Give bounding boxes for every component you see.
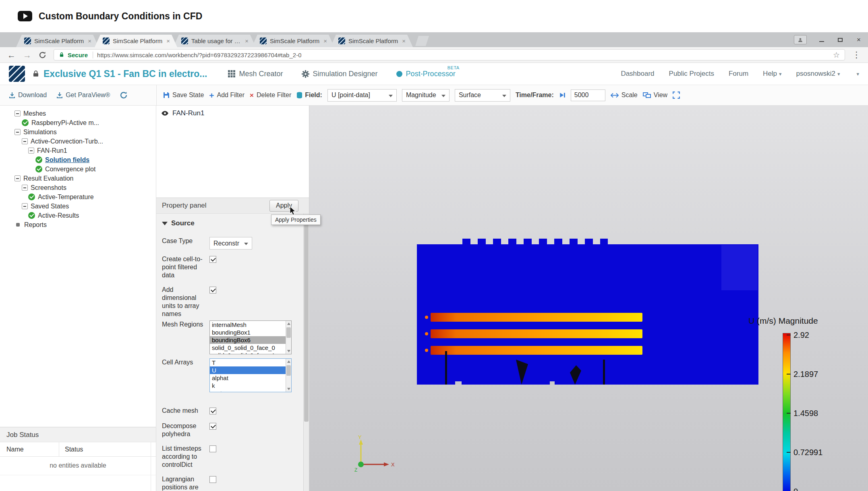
tree-item-mesh-raspberrypi[interactable]: RaspberryPi-Active m... (0, 118, 156, 127)
list-item[interactable]: T (210, 359, 286, 366)
tree-item-fan-run1[interactable]: FAN-Run1 (0, 146, 156, 155)
cell-to-point-label: Create cell-to-point filtered data (162, 255, 207, 279)
property-panel-scrollbar[interactable] (303, 214, 309, 491)
close-button[interactable]: × (849, 32, 868, 47)
listbox-scrollbar[interactable] (286, 321, 291, 354)
scroll-down-icon[interactable] (287, 388, 290, 390)
field-select[interactable]: U [point-data] (327, 89, 397, 102)
collapse-icon[interactable] (15, 129, 21, 135)
refresh-results-icon[interactable] (120, 91, 128, 99)
component-select[interactable]: Magnitude (402, 89, 450, 102)
nav-public-projects[interactable]: Public Projects (669, 70, 714, 78)
list-item[interactable]: mut (210, 389, 286, 392)
tree-item-active-results[interactable]: Active-Results (0, 211, 156, 220)
scroll-thumb[interactable] (304, 217, 309, 422)
tree-item-saved-states[interactable]: Saved States (0, 202, 156, 211)
list-item[interactable]: solid_0_solid_0_face_0 (210, 344, 286, 352)
save-state-button[interactable]: Save State (163, 92, 204, 99)
tab-close-icon[interactable]: × (245, 37, 249, 44)
scroll-up-icon[interactable] (287, 322, 290, 325)
get-paraview-button[interactable]: Get ParaView® (56, 92, 110, 99)
scroll-down-icon[interactable] (287, 350, 290, 352)
tree-item-convergence-plot[interactable]: Convergence plot (0, 164, 156, 174)
tab-close-icon[interactable]: × (323, 37, 327, 44)
minimize-button[interactable] (812, 32, 831, 47)
collapse-icon[interactable] (22, 138, 28, 144)
tree-item-meshes[interactable]: Meshes (0, 109, 156, 118)
list-item-selected[interactable]: boundingBox6 (210, 336, 286, 344)
nav-dashboard[interactable]: Dashboard (621, 70, 654, 78)
browser-tab-1[interactable]: SimScale Platform × (16, 35, 99, 47)
forward-icon[interactable]: → (23, 51, 31, 59)
nav-simulation-designer[interactable]: Simulation Designer (302, 70, 378, 78)
chevron-down-icon[interactable]: ▾ (856, 71, 859, 77)
browser-profile-button[interactable] (794, 35, 807, 44)
view-button[interactable]: View (643, 92, 667, 99)
collapse-icon[interactable] (15, 110, 21, 117)
simscale-logo[interactable] (9, 66, 25, 82)
browser-tab-2-active[interactable]: SimScale Platform × (95, 35, 177, 47)
cache-mesh-checkbox[interactable] (209, 408, 216, 414)
scroll-thumb[interactable] (286, 365, 291, 376)
cfd-model[interactable] (417, 244, 758, 385)
add-units-checkbox[interactable] (209, 287, 216, 293)
collapse-icon[interactable] (28, 148, 34, 154)
scale-button[interactable]: Scale (611, 92, 638, 99)
bookmark-star-icon[interactable]: ☆ (833, 50, 840, 60)
collapse-icon[interactable] (22, 185, 28, 191)
tree-item-active-temperature[interactable]: Active-Temperature (0, 192, 156, 202)
mesh-regions-listbox[interactable]: internalMesh boundingBox1 boundingBox6 s… (209, 320, 292, 354)
new-tab-button[interactable] (415, 36, 429, 46)
cell-arrays-listbox[interactable]: T U alphat k mut (209, 358, 292, 392)
url-text[interactable]: https://www.simscale.com/workbench/?pid=… (93, 52, 301, 58)
collapse-icon[interactable] (15, 175, 21, 181)
list-item[interactable]: k (210, 382, 286, 389)
back-icon[interactable]: ← (7, 51, 16, 59)
refresh-icon[interactable] (39, 51, 46, 59)
list-timesteps-checkbox[interactable] (209, 445, 216, 452)
add-filter-button[interactable]: + Add Filter (209, 91, 244, 100)
tab-close-icon[interactable]: × (402, 37, 406, 44)
visibility-eye-icon[interactable] (161, 111, 169, 116)
browser-tab-4[interactable]: SimScale Platform × (252, 35, 334, 47)
scroll-up-icon[interactable] (287, 360, 290, 363)
maximize-button[interactable] (831, 32, 849, 47)
lagrangian-checkbox[interactable] (209, 476, 216, 483)
render-viewport[interactable]: Y X Z U (m/s) Magnitude 2.92 2.1897 1.45… (309, 106, 868, 491)
tree-item-reports[interactable]: Reports (0, 220, 156, 229)
cell-to-point-checkbox[interactable] (209, 256, 216, 263)
list-item[interactable]: alphat (210, 374, 286, 382)
decompose-checkbox[interactable] (209, 423, 216, 430)
tree-item-simulations[interactable]: Simulations (0, 127, 156, 137)
url-box[interactable]: Secure https://www.simscale.com/workbenc… (54, 49, 845, 60)
step-forward-icon[interactable] (559, 92, 566, 98)
tree-item-active-convection[interactable]: Active-Convection-Turb... (0, 137, 156, 146)
list-item[interactable]: boundingBox1 (210, 329, 286, 336)
browser-tab-3[interactable]: Table usage for FanPres × (173, 35, 256, 47)
nav-mesh-creator[interactable]: Mesh Creator (228, 70, 283, 78)
tree-item-screenshots[interactable]: Screenshots (0, 183, 156, 192)
nav-post-processor[interactable]: Post-Processor BETA (396, 70, 456, 78)
fullscreen-icon[interactable] (673, 92, 680, 99)
nav-user-menu[interactable]: psosnowski2▾ (796, 70, 840, 78)
pipeline-item-fan-run1[interactable]: FAN-Run1 (156, 109, 309, 117)
list-item[interactable]: solid_0_solid_0_face_1 (210, 352, 286, 354)
listbox-scrollbar[interactable] (286, 359, 291, 392)
scroll-thumb[interactable] (286, 327, 291, 338)
time-frame-input[interactable] (571, 89, 605, 101)
nav-help[interactable]: Help▾ (763, 70, 782, 78)
list-item[interactable]: internalMesh (210, 321, 286, 329)
delete-filter-button[interactable]: × Delete Filter (250, 92, 291, 99)
tab-close-icon[interactable]: × (166, 37, 170, 44)
tree-item-solution-fields[interactable]: Solution fields (0, 155, 156, 164)
browser-menu-icon[interactable]: ⋮ (852, 50, 861, 60)
representation-select[interactable]: Surface (455, 89, 510, 102)
list-item-selected[interactable]: U (210, 366, 286, 374)
tree-item-result-evaluation[interactable]: Result Evaluation (0, 174, 156, 183)
nav-forum[interactable]: Forum (729, 70, 748, 78)
download-button[interactable]: Download (9, 92, 47, 99)
browser-tab-5[interactable]: SimScale Platform × (330, 35, 413, 47)
collapse-icon[interactable] (22, 203, 28, 209)
tab-close-icon[interactable]: × (88, 37, 91, 44)
case-type-select[interactable]: Reconstr (209, 237, 252, 250)
